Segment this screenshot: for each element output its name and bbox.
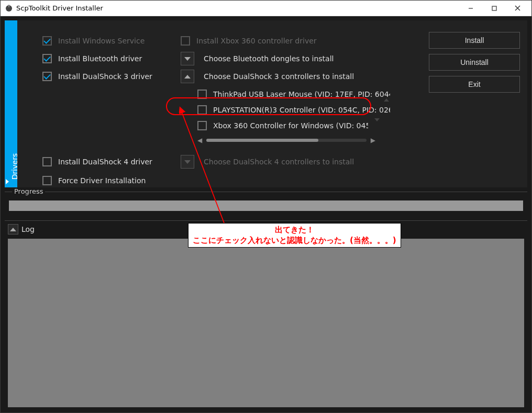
ds3-dropdown-toggle[interactable] [181,70,194,83]
svg-rect-3 [492,6,496,10]
force-driver-row: Force Driver Installation [42,172,146,189]
install-ds4-checkbox[interactable] [42,157,52,166]
device-label-thinkpad: ThinkPad USB Laser Mouse (VID: 17EF, PID… [213,90,390,98]
log-collapse-toggle[interactable] [8,224,18,235]
install-ds3-checkbox[interactable] [42,72,52,81]
bluetooth-dropdown-row: Choose Bluetooth dongles to install [181,50,390,68]
left-checkboxes: Install Windows Service Install Bluetoot… [42,32,152,85]
drivers-tab[interactable]: Drivers [5,20,17,187]
client-area: Drivers Install Windows Service Install … [1,16,531,412]
scroll-left-icon[interactable]: ◀ [197,137,202,144]
ds4-dropdown-toggle[interactable] [181,155,194,169]
device-label-ps3: PLAYSTATION(R)3 Controller (VID: 054C, P… [213,106,390,114]
install-xbox360-checkbox[interactable] [181,36,190,46]
bluetooth-dropdown-label: Choose Bluetooth dongles to install [204,54,334,63]
svg-rect-1 [8,5,9,7]
device-checkbox-thinkpad[interactable] [197,90,207,99]
app-window: ScpToolkit Driver Installer Drivers In [0,0,532,413]
force-driver-label: Force Driver Installation [58,176,146,185]
install-windows-service-checkbox[interactable] [42,36,52,46]
scroll-up-icon [384,90,389,98]
device-list-hscroll[interactable]: ◀ ▶ [197,137,375,144]
drivers-panel: Drivers Install Windows Service Install … [5,20,527,187]
device-label-xbox360: Xbox 360 Controller for Windows (VID: 04… [213,121,368,130]
exit-button[interactable]: Exit [429,76,520,93]
force-driver-checkbox[interactable] [42,176,52,185]
ds3-dropdown-label: Choose DualShock 3 controllers to instal… [204,72,354,81]
close-button[interactable] [506,1,529,16]
progress-panel: Progress [5,192,527,216]
install-bluetooth-label: Install Bluetooth driver [58,54,142,63]
bluetooth-dropdown-toggle[interactable] [181,52,194,65]
annotation-line2: ここにチェック入れないと認識しなかった。(当然。。。) [193,235,396,245]
ds3-device-list: ThinkPad USB Laser Mouse (VID: 17EF, PID… [197,86,390,133]
window-title: ScpToolkit Driver Installer [16,4,459,12]
app-icon [5,4,13,13]
titlebar: ScpToolkit Driver Installer [1,1,531,16]
hscroll-track[interactable] [206,139,367,142]
log-panel: Log [5,220,527,407]
expand-icon [6,179,9,184]
uninstall-button[interactable]: Uninstall [429,54,520,71]
maximize-button[interactable] [482,1,506,16]
chevron-down-icon [184,57,191,61]
device-item-xbox360[interactable]: Xbox 360 Controller for Windows (VID: 04… [197,118,381,133]
right-column: Install Xbox 360 controller driver Choos… [181,32,390,144]
action-buttons: Install Uninstall Exit [429,32,520,93]
ds3-dropdown-row: Choose DualShock 3 controllers to instal… [181,68,390,85]
scroll-down-icon [374,121,380,130]
device-item-thinkpad[interactable]: ThinkPad USB Laser Mouse (VID: 17EF, PID… [197,86,390,102]
device-checkbox-ps3[interactable] [197,105,207,115]
ds4-checkbox-row: Install DualShock 4 driver [42,153,152,171]
annotation-line1: 出てきた！ [193,225,396,235]
install-ds4-label: Install DualShock 4 driver [58,158,152,166]
ds4-dropdown-label: Choose DualShock 4 controllers to instal… [204,158,354,166]
install-button[interactable]: Install [429,32,520,49]
chevron-down-icon [184,160,191,164]
device-item-ps3[interactable]: PLAYSTATION(R)3 Controller (VID: 054C, P… [197,102,390,118]
xbox360-row: Install Xbox 360 controller driver [181,32,390,50]
progress-label: Progress [12,187,45,195]
annotation-callout: 出てきた！ ここにチェック入れないと認識しなかった。(当然。。。) [188,223,401,248]
drivers-body: Install Windows Service Install Bluetoot… [17,20,527,187]
chevron-up-icon [184,75,191,79]
chevron-up-icon [10,228,16,231]
install-windows-service-label: Install Windows Service [58,37,145,45]
progress-bar [9,200,523,211]
log-textarea[interactable] [8,239,524,407]
scroll-right-icon[interactable]: ▶ [371,137,375,144]
install-ds3-label: Install DualShock 3 driver [58,72,152,81]
install-xbox360-label: Install Xbox 360 controller driver [196,37,317,45]
hscroll-thumb[interactable] [206,139,318,142]
install-bluetooth-checkbox[interactable] [42,54,52,63]
minimize-button[interactable] [459,1,482,16]
log-label: Log [21,225,35,233]
device-checkbox-xbox360[interactable] [197,121,207,130]
ds4-dropdown-row: Choose DualShock 4 controllers to instal… [181,153,390,171]
